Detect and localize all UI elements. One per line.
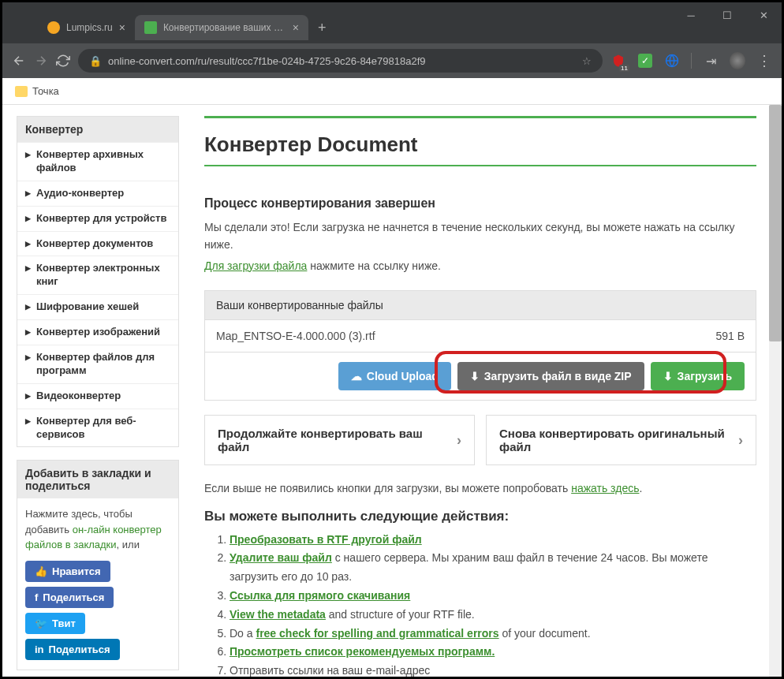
bookmark-item[interactable]: Точка xyxy=(32,85,59,97)
download-icon: ⬇ xyxy=(663,370,673,382)
maximize-button[interactable]: ☐ xyxy=(709,2,745,28)
table-row: Map_ENTSO-E-4.000.000 (3).rtf 591 B xyxy=(205,319,756,352)
chevron-right-icon: › xyxy=(738,432,743,449)
download-icon: ⬇ xyxy=(470,370,480,382)
ext-check-icon[interactable]: ✓ xyxy=(637,53,653,69)
hint-text: Если выше не появились кнопки для загруз… xyxy=(204,479,756,497)
files-heading: Ваши конвертированные файлы xyxy=(205,291,756,319)
page-content: Конвертер Конвертер архивных файлов Ауди… xyxy=(2,105,782,677)
ext-shield-icon[interactable]: 11 xyxy=(610,53,626,69)
twitter-button[interactable]: 🐦Твит xyxy=(25,613,85,634)
sidebar: Конвертер Конвертер архивных файлов Ауди… xyxy=(2,105,179,677)
continue-convert-button[interactable]: Продолжайте конвертировать ваш файл› xyxy=(204,415,475,465)
sidebar-item-archive[interactable]: Конвертер архивных файлов xyxy=(17,142,178,181)
favicon-convert xyxy=(144,21,157,34)
browser-window: Lumpics.ru × Конвертирование ваших файло… xyxy=(0,0,784,679)
actions-list: Преобразовать в RTF другой файл Удалите … xyxy=(204,531,756,677)
sidebar-item-document[interactable]: Конвертер документов xyxy=(17,231,178,256)
sidebar-item-hash[interactable]: Шифрование хешей xyxy=(17,294,178,319)
linkedin-icon: in xyxy=(35,644,44,655)
sidebar-item-video[interactable]: Видеоконвертер xyxy=(17,383,178,409)
linkedin-button[interactable]: inПоделиться xyxy=(25,639,120,660)
reload-button[interactable] xyxy=(56,54,70,68)
actions-heading: Вы можете выполнить следующие действия: xyxy=(204,509,756,524)
close-window-button[interactable]: ✕ xyxy=(745,2,782,28)
menu-button[interactable]: ⋮ xyxy=(756,53,772,69)
new-tab-button[interactable]: + xyxy=(308,20,336,36)
list-item: Удалите ваш файл с нашего сервера. Мы хр… xyxy=(230,549,756,587)
files-table: Ваши конвертированные файлы Map_ENTSO-E-… xyxy=(204,290,756,401)
lock-icon: 🔒 xyxy=(89,55,102,67)
bookmark-star-icon[interactable]: ☆ xyxy=(582,55,592,67)
page-title: Конвертер Document xyxy=(204,132,756,157)
close-icon[interactable]: × xyxy=(119,21,125,34)
file-size: 591 B xyxy=(715,330,745,342)
facebook-share-button[interactable]: fПоделиться xyxy=(25,587,114,608)
ext-globe-icon[interactable] xyxy=(664,53,680,69)
download-link[interactable]: Для загрузки файла xyxy=(204,259,307,272)
action-link[interactable]: Просмотреть список рекомендуемых програм… xyxy=(230,645,495,658)
tab-lumpics[interactable]: Lumpics.ru × xyxy=(38,15,135,40)
thumbs-up-icon: 👍 xyxy=(35,565,47,577)
close-icon[interactable]: × xyxy=(293,21,299,34)
action-link[interactable]: View the metadata xyxy=(230,608,326,621)
process-text: Мы сделали это! Если загрузка не начнетс… xyxy=(204,218,756,254)
reconvert-original-button[interactable]: Снова конвертировать оригинальный файл› xyxy=(486,415,756,465)
file-name: Map_ENTSO-E-4.000.000 (3).rtf xyxy=(216,330,715,342)
address-bar: 🔒 online-convert.com/ru/result/ccc7f1be-… xyxy=(2,43,782,78)
divider xyxy=(204,165,756,166)
sidebar-heading-converter: Конвертер xyxy=(17,117,178,142)
sidebar-item-ebook[interactable]: Конвертер электронных книг xyxy=(17,256,178,294)
sidebar-item-web[interactable]: Конвертер для веб-сервисов xyxy=(17,409,178,447)
tab-convert[interactable]: Конвертирование ваших файло × xyxy=(135,15,308,40)
scrollbar[interactable] xyxy=(769,105,782,677)
sidebar-item-device[interactable]: Конвертер для устройств xyxy=(17,206,178,231)
list-item: View the metadata and structure of your … xyxy=(230,606,756,625)
profile-avatar[interactable] xyxy=(730,53,745,69)
cloud-upload-button[interactable]: ☁Cloud Upload xyxy=(338,362,451,390)
sidebar-item-audio[interactable]: Аудио-конвертер xyxy=(17,181,178,206)
titlebar: Lumpics.ru × Конвертирование ваших файло… xyxy=(2,2,782,43)
cloud-icon: ☁ xyxy=(351,370,362,382)
list-item: Преобразовать в RTF другой файл xyxy=(230,531,756,550)
reading-list-icon[interactable]: ⇥ xyxy=(703,53,719,69)
click-here-link[interactable]: нажать здесь xyxy=(571,482,639,494)
sidebar-item-image[interactable]: Конвертер изображений xyxy=(17,319,178,345)
action-link[interactable]: Преобразовать в RTF другой файл xyxy=(230,533,422,546)
list-item: Отправить ссылки на ваш e-mail-адрес xyxy=(230,662,756,677)
url-input[interactable]: 🔒 online-convert.com/ru/result/ccc7f1be-… xyxy=(78,49,603,73)
tab-title: Конвертирование ваших файло xyxy=(163,22,286,33)
favicon-lumpics xyxy=(47,21,60,34)
back-button[interactable] xyxy=(12,54,26,68)
chevron-right-icon: › xyxy=(457,432,461,449)
facebook-icon: f xyxy=(35,591,38,603)
download-zip-button[interactable]: ⬇Загрузить файл в виде ZIP xyxy=(457,362,644,390)
folder-icon xyxy=(15,86,28,97)
sidebar-bookmark-text: Нажмите здесь, чтобы добавить он-лайн ко… xyxy=(17,498,178,561)
forward-button[interactable] xyxy=(34,54,48,68)
like-button[interactable]: 👍Нравится xyxy=(25,561,110,582)
minimize-button[interactable]: ─ xyxy=(673,2,709,28)
bookmarks-bar: Точка xyxy=(2,78,782,105)
process-heading: Процесс конвертирования завершен xyxy=(204,196,756,211)
list-item: Ссылка для прямого скачивания xyxy=(230,587,756,606)
sidebar-heading-bookmark: Добавить в закладки и поделиться xyxy=(17,461,178,498)
action-link[interactable]: Ссылка для прямого скачивания xyxy=(230,589,410,602)
list-item: Do a free check for spelling and grammat… xyxy=(230,625,756,644)
action-link[interactable]: Удалите ваш файл xyxy=(230,551,332,564)
main-content: Конвертер Document Процесс конвертирован… xyxy=(179,105,782,677)
list-item: Просмотреть список рекомендуемых програм… xyxy=(230,643,756,662)
action-link[interactable]: free check for spelling and grammatical … xyxy=(256,627,498,640)
sidebar-item-software[interactable]: Конвертер файлов для программ xyxy=(17,345,178,383)
divider xyxy=(204,116,756,118)
tab-title: Lumpics.ru xyxy=(66,22,113,33)
scroll-thumb[interactable] xyxy=(769,105,782,341)
process-link-line: Для загрузки файла нажмите на ссылку ниж… xyxy=(204,257,756,274)
download-button[interactable]: ⬇Загрузить xyxy=(651,362,745,390)
url-text: online-convert.com/ru/result/ccc7f1be-02… xyxy=(108,55,576,67)
twitter-icon: 🐦 xyxy=(35,617,47,629)
